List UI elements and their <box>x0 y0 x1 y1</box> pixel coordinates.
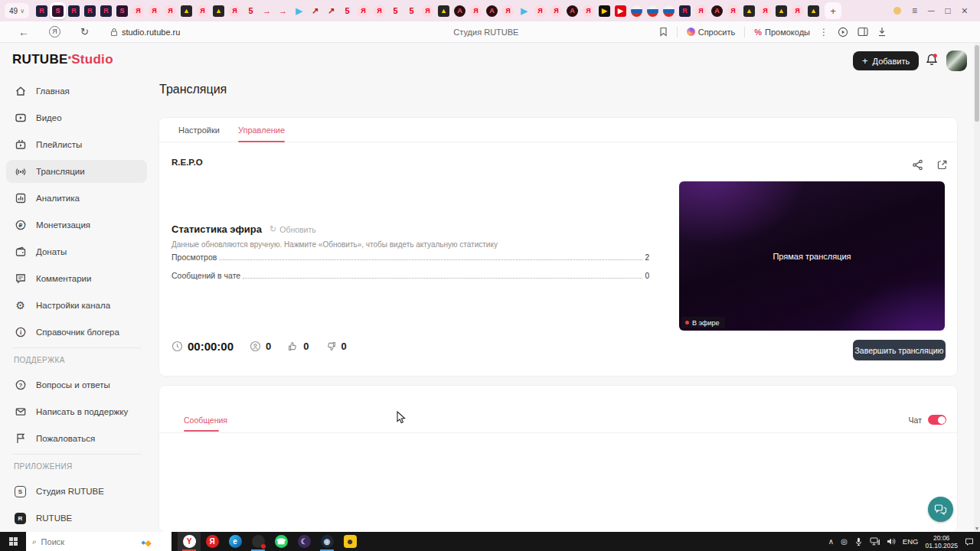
yandex-home-icon[interactable]: Я <box>49 26 60 37</box>
sidebar-item-analytics[interactable]: Аналитика <box>6 187 147 210</box>
new-tab-button[interactable]: + <box>825 2 841 19</box>
browser-tab[interactable]: Я <box>371 2 387 19</box>
minimize-button[interactable]: ─ <box>928 6 935 15</box>
external-link-icon[interactable] <box>936 159 948 174</box>
browser-tab[interactable]: R <box>98 2 114 19</box>
tab-control[interactable]: Управление <box>238 126 285 135</box>
browser-tab[interactable]: S <box>114 2 130 19</box>
browser-tab[interactable]: A <box>709 2 725 19</box>
chat-toggle[interactable] <box>928 415 946 425</box>
ask-button[interactable]: Спросить <box>687 28 736 37</box>
taskbar-app-edge[interactable]: e <box>224 532 247 551</box>
tab-settings[interactable]: Настройки <box>178 126 220 135</box>
recorder-tray-icon[interactable]: ◎ <box>841 538 848 546</box>
browser-tab[interactable] <box>661 2 677 19</box>
sidebar-item-blogger-guide[interactable]: i Справочник блогера <box>6 321 147 344</box>
tab-counter[interactable]: 49 ∨ <box>5 3 29 18</box>
browser-tab[interactable]: Я <box>420 2 436 19</box>
sidebar-item-broadcasts[interactable]: Трансляции <box>6 160 147 183</box>
browser-tab[interactable]: 5 <box>387 2 403 19</box>
browser-tab[interactable]: Я <box>548 2 564 19</box>
share-icon[interactable] <box>912 159 923 174</box>
browser-tab[interactable]: A <box>452 2 468 19</box>
sidebar-item-home[interactable]: Главная <box>6 80 147 103</box>
browser-tab[interactable]: A <box>484 2 500 19</box>
bookmark-icon[interactable] <box>659 27 668 37</box>
sidebar-item-rutube-app[interactable]: R RUTUBE <box>6 507 147 530</box>
sidebar-item-monetization[interactable]: ₽ Монетизация <box>6 214 147 236</box>
browser-tab[interactable]: Я <box>500 2 516 19</box>
maximize-button[interactable]: □ <box>946 6 951 15</box>
sidebar-item-faq[interactable]: ? Вопросы и ответы <box>6 373 147 396</box>
browser-tab[interactable]: → <box>259 2 275 19</box>
side-panel-icon[interactable] <box>858 27 868 37</box>
sidebar-item-write-support[interactable]: Написать в поддержку <box>6 400 147 423</box>
browser-tab[interactable]: 5 <box>339 2 355 19</box>
promo-button[interactable]: %Промокоды <box>754 28 810 37</box>
sidebar-item-studio-app[interactable]: S Студия RUTUBE <box>6 480 147 503</box>
sidebar-item-donations[interactable]: Донаты <box>6 240 147 263</box>
browser-tab[interactable]: ↗ <box>323 2 339 19</box>
toolbar-more-icon[interactable]: ⋮ <box>819 27 828 37</box>
downloads-icon[interactable] <box>877 27 887 37</box>
stream-preview[interactable]: Прямая трансляция В эфире <box>679 181 945 331</box>
browser-tab[interactable]: Я <box>532 2 548 19</box>
browser-tab[interactable]: ▲ <box>773 2 789 19</box>
speaker-icon[interactable] <box>887 537 896 546</box>
browser-tab[interactable]: Я <box>146 2 162 19</box>
profile-icon[interactable] <box>893 7 901 15</box>
microphone-icon[interactable] <box>854 537 863 546</box>
browser-tab[interactable]: Я <box>693 2 709 19</box>
support-chat-button[interactable] <box>928 497 953 522</box>
browser-tab[interactable]: → <box>275 2 291 19</box>
browser-tab[interactable]: ▲ <box>805 2 822 19</box>
browser-tab[interactable]: R <box>677 2 693 19</box>
browser-tab[interactable]: Я <box>355 2 371 19</box>
browser-tab[interactable]: Я <box>130 2 146 19</box>
browser-tab[interactable]: 5 <box>403 2 420 19</box>
browser-tab[interactable] <box>629 2 645 19</box>
browser-tab[interactable]: ▲ <box>211 2 227 19</box>
reload-button[interactable]: ↻ <box>80 26 89 37</box>
taskbar-search[interactable]: ⌕ ◆◆ <box>26 532 172 551</box>
rutube-studio-logo[interactable]: RUTUBE•Studio <box>12 52 113 67</box>
browser-tab[interactable]: R <box>82 2 98 19</box>
browser-tab[interactable]: Я <box>725 2 741 19</box>
browser-tab[interactable]: ▶ <box>516 2 532 19</box>
browser-tab[interactable]: Я <box>757 2 773 19</box>
browser-tab[interactable]: ↗ <box>307 2 323 19</box>
sidebar-item-channel-settings[interactable]: ⚙ Настройки канала <box>6 294 147 317</box>
browser-tab[interactable]: ▶ <box>596 2 612 19</box>
browser-tab[interactable]: R <box>34 2 50 19</box>
browser-tab[interactable]: ▲ <box>741 2 757 19</box>
notifications-button[interactable] <box>925 53 939 70</box>
browser-tab[interactable]: 5 <box>243 2 259 19</box>
sidebar-item-comments[interactable]: Комментарии <box>6 267 147 290</box>
taskbar-clock[interactable]: 20:06 01.10.2025 <box>925 534 958 549</box>
sidebar-item-report[interactable]: Пожаловаться <box>6 427 147 450</box>
browser-tab[interactable]: Я <box>162 2 178 19</box>
scrollbar-thumb[interactable] <box>975 45 979 122</box>
tab-messages[interactable]: Сообщения <box>184 416 227 425</box>
browser-tab[interactable]: Я <box>194 2 211 19</box>
taskbar-app-whatsapp[interactable]: ☎ <box>270 532 292 551</box>
refresh-button[interactable]: ↻ Обновить <box>270 224 316 234</box>
browser-tab[interactable]: Я <box>227 2 243 19</box>
sidebar-item-playlists[interactable]: Плейлисты <box>6 133 147 156</box>
taskbar-app-yandex-browser[interactable]: Y <box>178 532 201 551</box>
action-center-icon[interactable] <box>965 537 974 546</box>
taskbar-app-robot-app[interactable]: ☻ <box>338 532 361 551</box>
browser-tab[interactable]: R <box>66 2 82 19</box>
browser-tab[interactable]: ▶ <box>612 2 629 19</box>
sidebar-item-video[interactable]: Видео <box>6 106 147 129</box>
taskbar-app-recorder[interactable] <box>247 532 270 551</box>
language-indicator[interactable]: ENG <box>903 537 919 546</box>
browser-tab[interactable]: Я <box>789 2 805 19</box>
browser-tab[interactable]: ▶ <box>291 2 307 19</box>
address-bar[interactable]: studio.rutube.ru <box>110 28 180 37</box>
start-button[interactable] <box>0 532 26 551</box>
browser-tab[interactable]: S <box>50 2 66 19</box>
taskbar-app-steam[interactable]: ◉ <box>315 532 338 551</box>
browser-tab[interactable]: ▲ <box>178 2 194 19</box>
browser-tab[interactable]: ▲ <box>436 2 452 19</box>
